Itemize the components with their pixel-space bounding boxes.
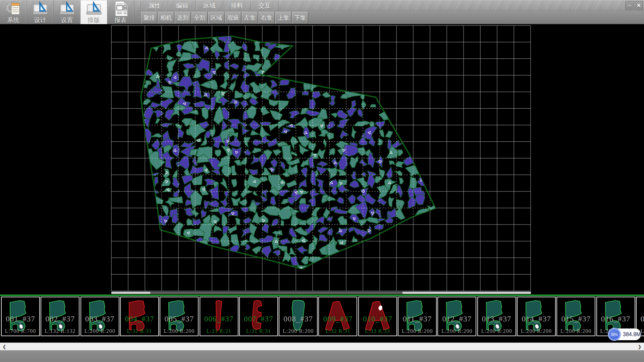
tool-button-select-cut[interactable]: 选割 bbox=[175, 12, 191, 24]
status-bar bbox=[0, 350, 644, 362]
main-button-bar: 系统 设计 设置 排版 报表 bbox=[0, 0, 134, 24]
part-sizes: L:200 R:200 bbox=[557, 328, 595, 334]
menu-item-edit[interactable]: 编辑 bbox=[168, 1, 196, 11]
main-button-label: 系统 bbox=[7, 16, 19, 24]
tool-button-align-right[interactable]: 右靠 bbox=[259, 12, 275, 24]
menu-bar: 属性编辑区域排料交互 bbox=[141, 1, 278, 11]
tool-button-bar: 聚排相机选割全割区域瑕疵左靠右靠上靠下靠 bbox=[141, 12, 308, 24]
part-sizes: L:700 R:700 bbox=[2, 328, 39, 334]
part-label: 003_#37 bbox=[81, 315, 119, 323]
part-label: 005_#37 bbox=[160, 315, 198, 323]
tool-button-camera[interactable]: 相机 bbox=[158, 12, 174, 24]
nesting-canvas[interactable] bbox=[0, 24, 644, 295]
triangle-ruler-icon bbox=[58, 1, 76, 16]
parts-filmstrip: 001_#37 L:700 R:700 002_#37 L:132 R:132 … bbox=[0, 295, 644, 343]
part-label: 008_#37 bbox=[279, 315, 317, 323]
tool-button-cut-all[interactable]: 全割 bbox=[192, 12, 208, 24]
part-sizes: L:33 R:33 bbox=[359, 328, 396, 334]
main-button-settings[interactable]: 设置 bbox=[54, 0, 80, 24]
triangle-ruler-icon bbox=[32, 1, 49, 16]
part-thumbnail-014_#37[interactable]: 014_#37 L:200 R:200 bbox=[517, 297, 556, 336]
nesting-canvas-svg bbox=[0, 24, 644, 295]
triangle-ruler-icon bbox=[31, 1, 50, 16]
minimize-icon[interactable]: ─ bbox=[625, 1, 634, 10]
part-sizes: L:200 R:200 bbox=[279, 328, 317, 334]
menu-item-properties[interactable]: 属性 bbox=[141, 1, 168, 11]
canvas-scrollbar-thumb[interactable] bbox=[150, 292, 402, 294]
triangle-ruler-icon bbox=[85, 1, 103, 16]
close-icon[interactable]: ✕ bbox=[635, 1, 643, 10]
scroll-left-icon[interactable]: ❮ bbox=[1, 343, 8, 350]
part-thumbnail-008_#37[interactable]: 008_#37 L:200 R:200 bbox=[279, 297, 318, 336]
part-sizes: L:21 R:21 bbox=[200, 328, 238, 334]
part-thumbnail-011_#37[interactable]: 011_#37 L:200 R:200 bbox=[398, 297, 437, 336]
part-thumbnail-015_#37[interactable]: 015_#37 L:200 R:200 bbox=[556, 297, 595, 336]
menu-item-nesting[interactable]: 排料 bbox=[223, 1, 251, 11]
main-button-report[interactable]: 报表 bbox=[107, 0, 134, 24]
part-sizes: L:200 R:200 bbox=[160, 328, 198, 334]
scroll-right-icon[interactable]: ❯ bbox=[636, 343, 643, 350]
part-thumbnail-013_#37[interactable]: 013_#37 L:200 R:200 bbox=[477, 297, 516, 336]
application-window: 系统 设计 设置 排版 报表 属性编辑区域排料交互 聚排相机选割 bbox=[0, 0, 644, 362]
filmstrip-splitter-line bbox=[0, 295, 644, 296]
progress-circle: 38% bbox=[608, 328, 621, 341]
main-button-label: 设计 bbox=[34, 16, 46, 24]
toolbar-chrome: 系统 设计 设置 排版 报表 属性编辑区域排料交互 聚排相机选割 bbox=[0, 0, 644, 24]
part-label: 002_#37 bbox=[41, 315, 79, 323]
part-thumbnail-009_#37[interactable]: 009_#37 L:32 R:31 bbox=[318, 297, 357, 336]
part-sizes: L:200 R:200 bbox=[398, 328, 436, 334]
menu-item-interact[interactable]: 交互 bbox=[251, 1, 278, 11]
horizontal-scrollbar[interactable]: ❮ ❯ bbox=[0, 343, 644, 350]
part-label: 001_#37 bbox=[2, 315, 39, 323]
report-doc-icon bbox=[112, 1, 129, 17]
part-thumbnail-010_#37[interactable]: 010_#37 L:33 R:33 bbox=[358, 297, 397, 336]
tool-button-align-top[interactable]: 上靠 bbox=[275, 12, 291, 24]
tool-button-align-bottom[interactable]: 下靠 bbox=[292, 12, 308, 24]
memory-value: 384.8M bbox=[623, 328, 641, 341]
gear-notebook-icon bbox=[5, 1, 22, 16]
part-label: 010_#37 bbox=[359, 315, 396, 323]
part-thumbnail-004_#37[interactable]: 004_#37 L:31 R:31 bbox=[120, 297, 159, 336]
toolbar-divider bbox=[135, 11, 644, 11]
part-thumbnail-005_#37[interactable]: 005_#37 L:200 R:200 bbox=[160, 297, 199, 336]
progress-percent: 38% bbox=[610, 333, 618, 337]
part-sizes: L:31 R:31 bbox=[121, 328, 158, 334]
part-label: 016_#37 bbox=[597, 315, 635, 323]
part-label: 009_#37 bbox=[319, 315, 357, 323]
tool-button-cluster-nest[interactable]: 聚排 bbox=[141, 12, 157, 24]
part-sizes: L:200 R:200 bbox=[478, 328, 516, 334]
part-thumbnail-006_#37[interactable]: 006_#37 L:21 R:21 bbox=[200, 297, 238, 336]
main-button-label: 设置 bbox=[61, 16, 73, 24]
main-button-design[interactable]: 设计 bbox=[27, 0, 54, 24]
part-sizes: L:132 R:132 bbox=[41, 328, 79, 334]
tool-button-zone[interactable]: 区域 bbox=[208, 12, 224, 24]
part-thumbnail-003_#37[interactable]: 003_#37 L:200 R:200 bbox=[80, 297, 119, 336]
filmstrip-splitter-shadow bbox=[0, 296, 644, 296]
part-label: 013_#37 bbox=[478, 315, 516, 323]
report-doc-icon bbox=[111, 1, 130, 16]
triangle-ruler-icon bbox=[85, 1, 103, 16]
part-sizes: L:200 R:200 bbox=[81, 328, 119, 334]
part-thumbnail-012_#37[interactable]: 012_#37 L:200 R:200 bbox=[437, 297, 476, 336]
main-button-layout[interactable]: 排版 bbox=[80, 0, 107, 24]
part-thumbnail-002_#37[interactable]: 002_#37 L:132 R:132 bbox=[41, 297, 79, 336]
part-sizes: L:200 R:200 bbox=[518, 328, 555, 334]
menu-item-region[interactable]: 区域 bbox=[196, 1, 223, 11]
part-label: 0 bbox=[637, 315, 644, 323]
main-button-label: 报表 bbox=[115, 16, 127, 24]
tool-button-defect[interactable]: 瑕疵 bbox=[225, 12, 241, 24]
part-label: 012_#37 bbox=[438, 315, 476, 323]
gear-notebook-icon bbox=[4, 1, 23, 16]
part-label: 015_#37 bbox=[557, 315, 595, 323]
part-thumbnail-001_#37[interactable]: 001_#37 L:700 R:700 bbox=[1, 297, 40, 336]
part-label: 004_#37 bbox=[121, 315, 158, 323]
main-button-label: 排版 bbox=[88, 16, 100, 24]
main-button-system[interactable]: 系统 bbox=[0, 0, 27, 24]
part-label: 007_#37 bbox=[240, 315, 277, 323]
part-label: 011_#37 bbox=[398, 315, 436, 323]
part-sizes: L:31 R:31 bbox=[240, 328, 277, 334]
window-controls: ─ ✕ bbox=[625, 1, 643, 10]
tool-button-align-left[interactable]: 左靠 bbox=[242, 12, 258, 24]
part-thumbnail-007_#37[interactable]: 007_#37 L:31 R:31 bbox=[239, 297, 278, 336]
part-label: 006_#37 bbox=[200, 315, 238, 323]
